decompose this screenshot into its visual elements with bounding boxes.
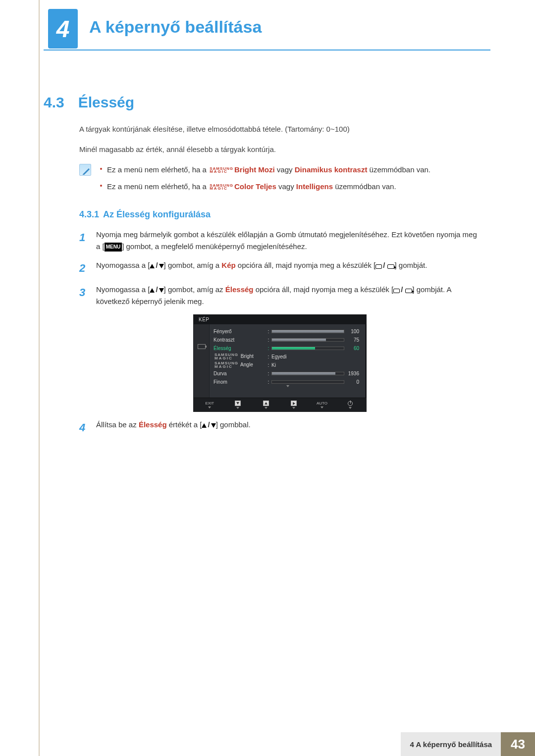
samsung-magic-icon: SAMSUNGMAGIC — [214, 353, 238, 360]
chapter-title: A képernyő beállítása — [89, 17, 262, 37]
up-icon — [202, 423, 207, 428]
down-icon — [159, 288, 164, 293]
step-number: 4 — [79, 419, 88, 436]
osd-sidebar — [194, 324, 210, 398]
section-heading: 4.3 Élesség — [44, 94, 134, 111]
osd-row: Kontraszt:75 — [210, 336, 366, 344]
osd-row: Durva:1936 — [210, 369, 366, 378]
left-rule — [39, 0, 40, 756]
note-item-1: Ez a menü nem elérhető, ha a SAMSUNGMAGI… — [100, 164, 481, 176]
note-block: Ez a menü nem elérhető, ha a SAMSUNGMAGI… — [79, 164, 481, 198]
power-icon — [348, 401, 353, 406]
note-icon — [79, 164, 91, 176]
menu-button-glyph: MENU — [105, 243, 122, 252]
osd-row: SAMSUNGMAGIC Bright:Egyedi — [210, 353, 366, 361]
brightness-icon — [198, 344, 206, 349]
footer-page-number: 43 — [501, 732, 535, 756]
osd-up-button — [263, 401, 269, 406]
osd-right-button — [291, 401, 297, 406]
step-number: 1 — [79, 229, 88, 252]
samsung-magic-icon: SAMSUNGMAGIC — [210, 184, 233, 191]
chapter-badge: 4 — [48, 9, 78, 49]
subsection-heading: 4.3.1Az Élesség konfigurálása — [79, 209, 481, 220]
osd-row: SAMSUNGMAGIC Angle:Ki — [210, 361, 366, 369]
osd-screenshot: KÉP Fényerő:100Kontraszt:75Élesség:60SAM… — [193, 314, 367, 412]
section-title: Élesség — [78, 94, 134, 111]
source-a-icon — [375, 264, 382, 269]
step-number: 3 — [79, 284, 88, 307]
osd-footer: EXIT AUTO — [194, 398, 366, 411]
down-icon — [159, 264, 164, 268]
up-icon — [150, 264, 155, 268]
source-a-icon — [393, 289, 400, 293]
osd-down-button — [235, 401, 241, 406]
step-number: 2 — [79, 259, 88, 277]
footer-chapter-label: 4 A képernyő beállítása — [401, 732, 501, 756]
bullet-icon — [100, 168, 102, 170]
step-4: 4 Állítsa be az Élesség értékét a [/] go… — [79, 419, 481, 436]
step-3: 3 Nyomogassa a [/] gombot, amíg az Éless… — [79, 284, 481, 307]
osd-row: Élesség:60 — [210, 344, 366, 353]
step-1: 1 Nyomja meg bármelyik gombot a készülék… — [79, 229, 481, 252]
source-b-icon — [405, 289, 412, 293]
down-caret-icon — [208, 406, 211, 408]
chapter-rule — [44, 50, 490, 50]
intro-para-2: Minél magasabb az érték, annál élesebb a… — [79, 144, 481, 155]
page-footer: 4 A képernyő beállítása 43 — [0, 732, 535, 756]
note-item-2: Ez a menü nem elérhető, ha a SAMSUNGMAGI… — [100, 181, 481, 193]
up-icon — [150, 288, 155, 293]
scroll-down-icon — [286, 385, 289, 393]
step-2: 2 Nyomogassa a [​/] gombot, amíg a Kép o… — [79, 259, 481, 277]
osd-row: Fényerő:100 — [210, 327, 366, 336]
intro-para-1: A tárgyak kontúrjának élesítése, illetve… — [79, 124, 481, 135]
samsung-magic-icon: SAMSUNGMAGIC — [210, 167, 233, 174]
section-number: 4.3 — [44, 94, 64, 111]
down-icon — [211, 423, 216, 428]
osd-title: KÉP — [194, 315, 366, 324]
auto-label: AUTO — [317, 401, 327, 405]
source-b-icon — [387, 264, 394, 269]
bullet-icon — [100, 185, 102, 187]
samsung-magic-icon: SAMSUNGMAGIC — [214, 362, 238, 368]
content: A tárgyak kontúrjának élesítése, illetve… — [79, 124, 481, 443]
exit-label: EXIT — [205, 401, 214, 405]
